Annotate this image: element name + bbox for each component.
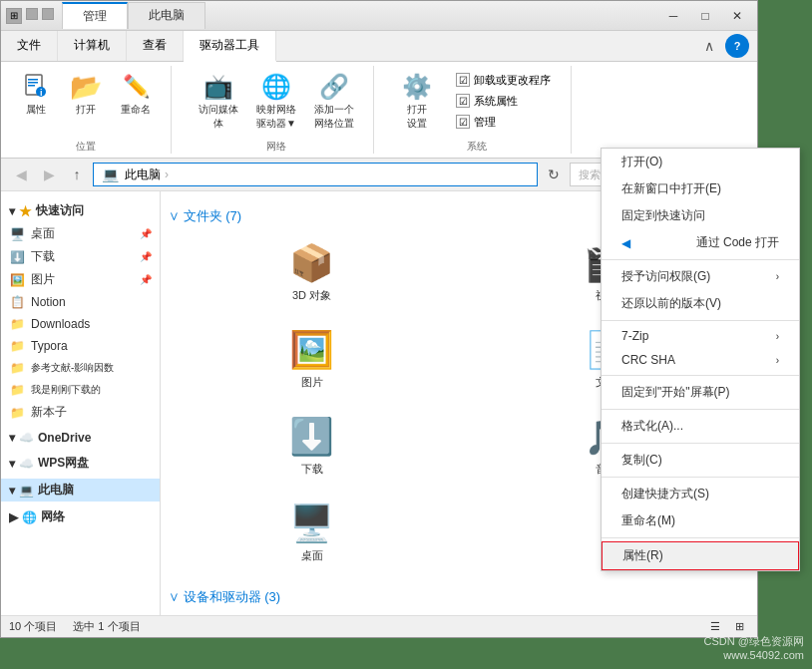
title-tab-manage[interactable]: 管理 [62, 2, 128, 29]
open-settings-button[interactable]: ⚙️ 打开设置 [394, 66, 440, 136]
system-props-item[interactable]: ☑ 系统属性 [452, 92, 555, 111]
thispc-label: 此电脑 [38, 482, 74, 499]
references-icon: 📁 [9, 360, 25, 376]
rename-button[interactable]: ✏️ 重命名 [113, 66, 159, 122]
sidebar-item-pictures[interactable]: 🖼️ 图片 📌 [1, 268, 160, 291]
open-button[interactable]: 📂 打开 [63, 66, 109, 122]
ribbon-tab-driver[interactable]: 驱动器工具 [184, 31, 276, 62]
ribbon: 文件 计算机 查看 驱动器工具 ∧ ? i 属性 [1, 31, 757, 159]
folder-item-downloads[interactable]: ⬇️ 下载 [169, 407, 455, 486]
sidebar-item-typora[interactable]: 📁 Typora [1, 335, 160, 357]
map-drive-label: 映射网络驱动器▼ [256, 103, 296, 131]
sidebar-item-desktop[interactable]: 🖥️ 桌面 📌 [1, 222, 160, 245]
media-label: 访问媒体体 [199, 103, 238, 131]
folder-item-desktop[interactable]: 🖥️ 桌面 [169, 494, 455, 572]
menu-sep4 [602, 409, 799, 410]
wps-expand-icon: ▾ [9, 457, 15, 471]
position-group-title: 位置 [13, 136, 159, 154]
folder-item-3d[interactable]: 📦 3D 对象 [169, 233, 455, 312]
desktop-icon: 🖥️ [9, 226, 25, 242]
uninstall-checkbox: ☑ [456, 73, 470, 87]
menu-format[interactable]: 格式化(A)... [602, 413, 799, 440]
watermark-line1: CSDN @绿色资源网 [704, 634, 804, 649]
open-icon: 📂 [70, 71, 102, 103]
sidebar-wps-header[interactable]: ▾ ☁️ WPS网盘 [1, 452, 160, 475]
ribbon-expand-btn[interactable]: ∧ [697, 34, 721, 58]
menu-7zip[interactable]: 7-Zip › [602, 324, 799, 348]
address-input[interactable]: 💻 此电脑 › [93, 163, 538, 186]
access-media-button[interactable]: 📺 访问媒体体 [192, 66, 245, 136]
menu-crcsha[interactable]: CRC SHA › [602, 348, 799, 372]
crcsha-label: CRC SHA [621, 353, 675, 367]
forward-button[interactable]: ▶ [37, 163, 61, 186]
uninstall-label: 卸载或更改程序 [474, 73, 551, 88]
map-drive-button[interactable]: 🌐 映射网络驱动器▼ [249, 66, 303, 136]
window-controls: ─ □ ✕ [658, 6, 752, 26]
add-network-button[interactable]: 🔗 添加一个网络位置 [307, 66, 361, 136]
settings-label: 打开设置 [407, 103, 427, 131]
maximize-button[interactable]: □ [690, 6, 720, 26]
watermark: CSDN @绿色资源网 www.54092.com [704, 634, 804, 661]
folder-item-pictures[interactable]: 🖼️ 图片 [169, 320, 455, 399]
manage-item[interactable]: ☑ 管理 [452, 113, 555, 132]
close-button[interactable]: ✕ [722, 6, 752, 26]
7zip-arrow-icon: › [776, 331, 779, 342]
menu-rename[interactable]: 重命名(M) [602, 507, 799, 534]
network-label: 网络 [41, 508, 65, 525]
sidebar-item-notion[interactable]: 📋 Notion [1, 291, 160, 313]
ribbon-tab-computer[interactable]: 计算机 [58, 31, 127, 61]
minimize-button[interactable]: ─ [658, 6, 688, 26]
7zip-label: 7-Zip [621, 329, 648, 343]
folder-3d-label: 3D 对象 [292, 288, 331, 303]
folder-pictures-icon: 🖼️ [289, 329, 334, 371]
menu-sep3 [602, 375, 799, 376]
app-icon3 [42, 8, 54, 20]
menu-open[interactable]: 打开(O) [602, 149, 799, 175]
ribbon-group-network: 📺 访问媒体体 🌐 映射网络驱动器▼ 🔗 添加一个网络位置 网络 [188, 66, 374, 154]
pictures-pin: 📌 [140, 274, 152, 285]
menu-open-new-window[interactable]: 在新窗口中打开(E) [602, 175, 799, 202]
menu-pin-start[interactable]: 固定到"开始"屏幕(P) [602, 379, 799, 406]
back-button[interactable]: ◀ [9, 163, 33, 186]
rename-label: 重命名 [121, 103, 151, 117]
ribbon-tab-view[interactable]: 查看 [127, 31, 184, 61]
up-button[interactable]: ↑ [65, 163, 89, 186]
sidebar-item-downloaded[interactable]: 📁 我是刚刚下载的 [1, 379, 160, 401]
sidebar-network-header[interactable]: ▶ 🌐 网络 [1, 505, 160, 528]
app-icon2 [26, 8, 38, 20]
ribbon-group-system: ⚙️ 打开设置 ☑ 卸载或更改程序 ☑ 系统属性 ☑ [390, 66, 572, 154]
sidebar-item-downloads2[interactable]: 📁 Downloads [1, 313, 160, 335]
open-label: 打开 [76, 103, 96, 117]
ribbon-tab-file[interactable]: 文件 [1, 31, 58, 61]
menu-create-shortcut[interactable]: 创建快捷方式(S) [602, 481, 799, 507]
sidebar-onedrive-header[interactable]: ▾ ☁️ OneDrive [1, 428, 160, 448]
sidebar-item-references[interactable]: 📁 参考文献-影响因数 [1, 357, 160, 379]
selected-count: 选中 1 个项目 [73, 619, 140, 634]
svg-rect-2 [28, 82, 38, 84]
menu-properties[interactable]: 属性(R) [602, 541, 799, 570]
pictures-icon: 🖼️ [9, 272, 25, 288]
properties-button[interactable]: i 属性 [13, 66, 59, 122]
title-tab-pc[interactable]: 此电脑 [128, 2, 205, 29]
menu-sep2 [602, 320, 799, 321]
uninstall-item[interactable]: ☑ 卸载或更改程序 [452, 71, 555, 90]
menu-grant-access[interactable]: 授予访问权限(G) › [602, 263, 799, 290]
notion-icon: 📋 [9, 294, 25, 310]
sidebar-item-newbook[interactable]: 📁 新本子 [1, 401, 160, 424]
refresh-button[interactable]: ↻ [542, 163, 566, 186]
menu-restore-prev[interactable]: 还原以前的版本(V) [602, 290, 799, 317]
folder-dl-icon: ⬇️ [289, 416, 334, 458]
sidebar-quick-access-header[interactable]: ▾ ★ 快速访问 [1, 199, 160, 222]
sidebar-thispc-header[interactable]: ▾ 💻 此电脑 [1, 479, 160, 502]
folder-pictures-label: 图片 [301, 375, 323, 390]
menu-copy[interactable]: 复制(C) [602, 447, 799, 474]
menu-open-code[interactable]: ◀ 通过 Code 打开 [602, 229, 799, 256]
title-bar-icons: ⊞ [6, 8, 54, 24]
grant-label: 授予访问权限(G) [621, 268, 710, 285]
sidebar-item-downloads[interactable]: ⬇️ 下载 📌 [1, 245, 160, 268]
menu-pin-quick-access[interactable]: 固定到快速访问 [602, 202, 799, 229]
newbook-label: 新本子 [31, 404, 67, 421]
crcsha-arrow-icon: › [776, 355, 779, 366]
svg-rect-3 [28, 85, 35, 87]
ribbon-help-btn[interactable]: ? [725, 34, 749, 58]
